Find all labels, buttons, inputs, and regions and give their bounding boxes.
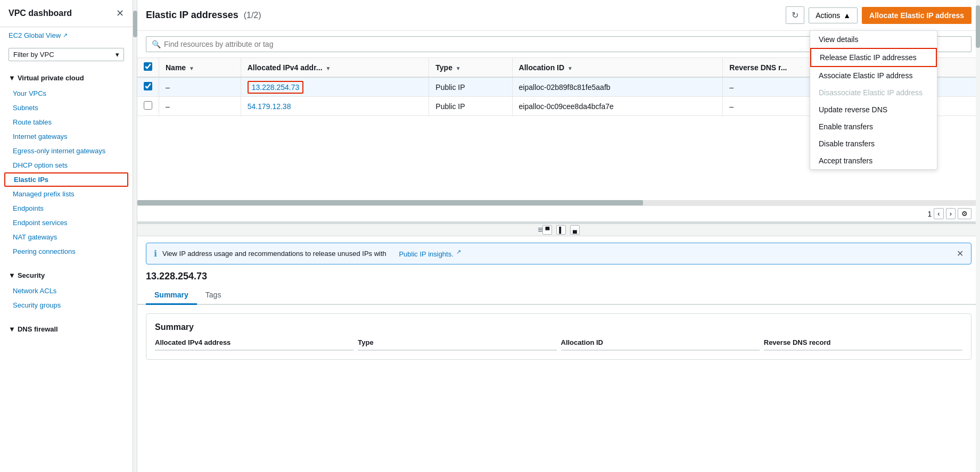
chevron-down-icon: ▾: [116, 51, 119, 59]
tabs-bar: Summary Tags: [137, 286, 980, 305]
actions-dropdown-menu: View details Release Elastic IP addresse…: [810, 30, 937, 170]
settings-button[interactable]: ⚙: [958, 208, 971, 219]
dropdown-item-update-reverse-dns[interactable]: Update reverse DNS: [810, 101, 937, 118]
panel-title-area: Elastic IP addresses (1/2): [146, 10, 261, 21]
actions-label: Actions: [816, 11, 840, 20]
summary-col-allocation-id: Allocation ID: [561, 338, 760, 351]
sidebar-item-nat-gateways[interactable]: NAT gateways: [0, 230, 133, 244]
dropdown-item-accept-transfers[interactable]: Accept transfers: [810, 152, 937, 169]
bottom-panel: ℹ View IP address usage and recommendati…: [137, 236, 980, 472]
detail-title: 13.228.254.73: [137, 269, 980, 286]
row2-checkbox-cell[interactable]: [137, 97, 159, 116]
sort-icon-type: ▼: [456, 65, 461, 71]
dropdown-item-release-elastic[interactable]: Release Elastic IP addresses: [810, 48, 937, 67]
actions-button[interactable]: Actions ▲: [809, 7, 858, 23]
search-icon: 🔍: [152, 40, 161, 48]
panel-actions: ↻ Actions ▲ Allocate Elastic IP address: [786, 6, 971, 24]
select-all-header[interactable]: [137, 58, 159, 77]
resize-drag-icon: ≡: [538, 225, 542, 235]
virtual-private-cloud-section: ▼ Virtual private cloud Your VPCs Subnet…: [0, 65, 133, 263]
pagination-prev-button[interactable]: ‹: [934, 208, 943, 219]
summary-col-header-allocated: Allocated IPv4 address: [155, 338, 353, 351]
allocate-elastic-ip-button[interactable]: Allocate Elastic IP address: [862, 7, 971, 24]
horizontal-scroll-thumb: [137, 200, 643, 205]
sidebar-item-internet-gateways[interactable]: Internet gateways: [0, 129, 133, 144]
sidebar-item-endpoint-services[interactable]: Endpoint services: [0, 216, 133, 230]
select-all-checkbox[interactable]: [144, 62, 152, 71]
col-header-name[interactable]: Name ▼: [159, 58, 241, 77]
row2-ipv4-link[interactable]: 54.179.12.38: [248, 102, 291, 111]
dropdown-item-associate-elastic[interactable]: Associate Elastic IP address: [810, 67, 937, 84]
sidebar-ec2-global-view[interactable]: EC2 Global View ↗: [0, 27, 133, 44]
summary-col-type: Type: [358, 338, 556, 351]
summary-col-header-reverse-dns: Reverse DNS record: [764, 338, 962, 351]
filter-vpc-dropdown[interactable]: Filter by VPC ▾: [9, 48, 124, 61]
sidebar-item-security-groups[interactable]: Security groups: [0, 298, 133, 312]
row1-checkbox[interactable]: [144, 82, 152, 90]
summary-col-header-type: Type: [358, 338, 556, 351]
info-banner-close-button[interactable]: ✕: [957, 249, 963, 259]
chevron-down-icon: ▼: [9, 271, 15, 279]
ec2-global-view-label: EC2 Global View: [9, 31, 61, 39]
row2-type: Public IP: [429, 97, 512, 116]
filter-vpc-label: Filter by VPC: [13, 51, 54, 59]
virtual-private-cloud-header[interactable]: ▼ Virtual private cloud: [0, 70, 133, 86]
sidebar-header: VPC dashboard ✕: [0, 0, 133, 27]
sidebar-item-subnets[interactable]: Subnets: [0, 101, 133, 115]
sidebar-item-your-vpcs[interactable]: Your VPCs: [0, 86, 133, 101]
resize-icon-mid[interactable]: ▌: [556, 225, 566, 235]
summary-col-header-allocation-id: Allocation ID: [561, 338, 760, 351]
dropdown-item-disable-transfers[interactable]: Disable transfers: [810, 135, 937, 152]
col-header-allocation-id[interactable]: Allocation ID ▼: [512, 58, 723, 77]
resize-icons: ▀ ▌ ▄: [542, 225, 579, 235]
sidebar-title: VPC dashboard: [9, 9, 72, 18]
sidebar-item-route-tables[interactable]: Route tables: [0, 115, 133, 129]
row2-allocation-id: eipalloc-0c09cee8da4bcfa7e: [512, 97, 723, 116]
sidebar-item-peering-connections[interactable]: Peering connections: [0, 244, 133, 259]
sidebar-item-elastic-ips[interactable]: Elastic IPs: [4, 172, 128, 187]
refresh-button[interactable]: ↻: [786, 6, 804, 24]
dns-firewall-header[interactable]: ▼ DNS firewall: [0, 321, 133, 337]
info-banner: ℹ View IP address usage and recommendati…: [146, 243, 971, 264]
col-header-type[interactable]: Type ▼: [429, 58, 512, 77]
resize-icon-top[interactable]: ▀: [542, 225, 552, 235]
table-footer: 1 ‹ › ⚙: [137, 205, 980, 221]
summary-grid: Allocated IPv4 address Type Allocation I…: [155, 338, 962, 351]
row2-ipv4[interactable]: 54.179.12.38: [241, 97, 429, 116]
dropdown-item-enable-transfers[interactable]: Enable transfers: [810, 118, 937, 135]
pagination-next-button[interactable]: ›: [946, 208, 956, 219]
col-header-ipv4[interactable]: Allocated IPv4 addr... ▼: [241, 58, 429, 77]
sort-icon-name: ▼: [189, 65, 194, 71]
summary-content: Summary Allocated IPv4 address Type Allo…: [137, 305, 980, 472]
sidebar-item-endpoints[interactable]: Endpoints: [0, 201, 133, 216]
main-content: Elastic IP addresses (1/2) ↻ Actions ▲ A…: [137, 0, 980, 472]
security-header[interactable]: ▼ Security: [0, 267, 133, 284]
sidebar-close-button[interactable]: ✕: [116, 7, 124, 19]
panel-resize-handle[interactable]: ≡ ▀ ▌ ▄: [137, 223, 980, 236]
tab-summary[interactable]: Summary: [146, 286, 197, 305]
sidebar-item-egress-only[interactable]: Egress-only internet gateways: [0, 144, 133, 158]
panel-title: Elastic IP addresses: [146, 10, 238, 20]
row1-ipv4[interactable]: 13.228.254.73: [241, 77, 429, 97]
row1-checkbox-cell[interactable]: [137, 77, 159, 97]
tab-tags[interactable]: Tags: [197, 286, 230, 305]
public-ip-insights-link[interactable]: Public IP insights. ↗: [399, 249, 461, 258]
info-icon: ℹ: [154, 249, 157, 259]
panel-header: Elastic IP addresses (1/2) ↻ Actions ▲ A…: [137, 0, 980, 31]
sidebar-item-network-acls[interactable]: Network ACLs: [0, 284, 133, 298]
actions-chevron-icon: ▲: [843, 11, 851, 20]
sidebar: VPC dashboard ✕ EC2 Global View ↗ Filter…: [0, 0, 133, 472]
resize-icon-bottom[interactable]: ▄: [570, 225, 580, 235]
sidebar-item-dhcp-option-sets[interactable]: DHCP option sets: [0, 158, 133, 172]
security-section-label: Security: [18, 271, 45, 279]
dropdown-item-disassociate-elastic: Disassociate Elastic IP address: [810, 84, 937, 101]
row2-checkbox[interactable]: [144, 101, 152, 110]
sidebar-item-managed-prefix-lists[interactable]: Managed prefix lists: [0, 187, 133, 201]
row2-name: –: [159, 97, 241, 116]
row1-ipv4-link[interactable]: 13.228.254.73: [248, 81, 304, 94]
dropdown-item-view-details[interactable]: View details: [810, 31, 937, 48]
sort-icon-allocation-id: ▼: [567, 65, 573, 71]
horizontal-scrollbar[interactable]: [137, 200, 980, 205]
chevron-down-icon: ▼: [9, 325, 15, 333]
row1-name: –: [159, 77, 241, 97]
